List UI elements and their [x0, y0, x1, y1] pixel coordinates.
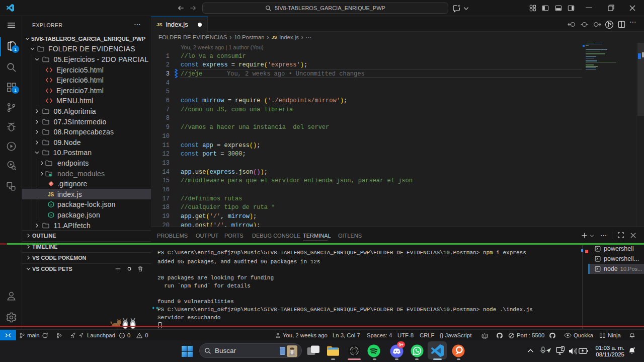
svg-text:js: js	[49, 203, 52, 206]
svg-text:js: js	[49, 213, 52, 216]
svg-text:z: z	[633, 346, 635, 349]
